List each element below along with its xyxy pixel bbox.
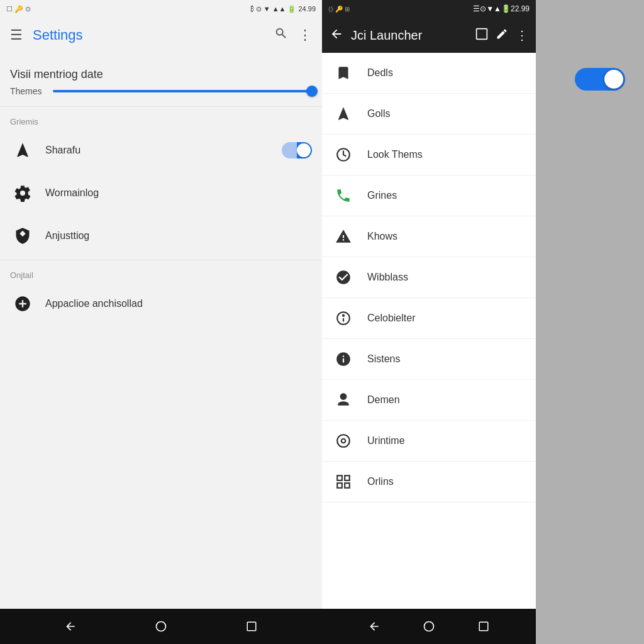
- svg-rect-2: [477, 28, 487, 39]
- svg-rect-12: [337, 483, 342, 488]
- main-header: Visii mentriog date: [0, 63, 322, 84]
- svg-point-10: [342, 440, 345, 442]
- left-back-button[interactable]: [63, 619, 78, 634]
- anjusttiog-label: Anjusttiog: [45, 230, 312, 242]
- themes-slider-container: Themes: [0, 84, 322, 104]
- navigation-icon: [10, 138, 35, 163]
- svg-rect-11: [337, 475, 342, 480]
- svg-point-0: [157, 622, 166, 631]
- item-sharafu[interactable]: Sharafu: [0, 129, 322, 172]
- phone-icon: [332, 184, 355, 207]
- celobielter-label: Celobielter: [367, 313, 415, 324]
- sharafu-toggle[interactable]: [282, 142, 312, 158]
- grines-label: Grines: [367, 190, 397, 201]
- drawer-more-icon[interactable]: ⋮: [516, 28, 528, 43]
- more-icon[interactable]: ⋮: [298, 27, 312, 43]
- svg-rect-13: [345, 475, 350, 480]
- look-thems-label: Look Thems: [367, 149, 423, 160]
- right-side-toggle-thumb: [604, 70, 623, 89]
- radio-icon: [332, 430, 355, 452]
- svg-rect-1: [247, 622, 256, 631]
- left-home-button[interactable]: [153, 619, 169, 634]
- drawer-edit-icon[interactable]: [496, 28, 508, 43]
- side-gray-panel: [536, 0, 644, 644]
- drawer-item-dedls[interactable]: Dedls: [322, 53, 536, 94]
- drawer-item-urintime[interactable]: Urintime: [322, 421, 536, 462]
- right-home-button[interactable]: [421, 619, 436, 634]
- appaclioe-label: Appaclioe anchisollad: [45, 298, 312, 309]
- drawer-toolbar: Jci Launcher ⋮: [322, 18, 536, 53]
- demen-label: Demen: [367, 394, 400, 406]
- drawer-item-look-thems[interactable]: Look Thems: [322, 135, 536, 175]
- drawer-item-sistens[interactable]: Sistens: [322, 339, 536, 380]
- themes-label: Themes: [10, 86, 48, 96]
- drawer-content: Dedls Golls Look Thems: [322, 53, 536, 609]
- drawer-back-icon[interactable]: [330, 27, 343, 44]
- drawer-item-golls[interactable]: Golls: [322, 94, 536, 135]
- shield-down-icon: [10, 223, 35, 248]
- item-appaclioe[interactable]: Appaclioe anchisollad: [0, 282, 322, 325]
- left-status-icons: ₿⊙▼▲▲🔋 24.99: [250, 5, 316, 13]
- apps-icon: [332, 470, 355, 493]
- drawer-square-icon[interactable]: [475, 28, 488, 43]
- sharafu-toggle-thumb: [297, 143, 311, 157]
- urintime-label: Urintime: [367, 435, 405, 447]
- svg-rect-16: [479, 622, 488, 631]
- clock-icon: [332, 143, 355, 166]
- section2-label: Onjtail: [0, 263, 322, 282]
- warning-icon: [332, 225, 355, 248]
- item-wormainlog[interactable]: Wormainlog: [0, 172, 322, 214]
- svg-point-15: [424, 622, 433, 631]
- settings-content: Visii mentriog date Themes Griemis Shara…: [0, 53, 322, 609]
- bookmark-icon: [332, 62, 355, 84]
- khows-label: Khows: [367, 231, 397, 242]
- right-square-button[interactable]: [476, 619, 491, 634]
- help-icon: [332, 307, 355, 330]
- drawer-item-wibblass[interactable]: Wibblass: [322, 257, 536, 298]
- navigation-drawer-icon: [332, 103, 355, 125]
- drawer-item-celobielter[interactable]: Celobielter: [322, 298, 536, 339]
- drawer-item-grines[interactable]: Grines: [322, 175, 536, 216]
- add-circle-icon: [10, 291, 35, 316]
- settings-title: Settings: [33, 27, 264, 43]
- section1-label: Griemis: [0, 109, 322, 129]
- hamburger-icon[interactable]: ☰: [10, 27, 23, 43]
- themes-slider-thumb: [306, 86, 318, 97]
- left-toolbar: ☰ Settings ⋮: [0, 18, 322, 53]
- left-square-button[interactable]: [244, 619, 259, 634]
- divider-1: [0, 106, 322, 107]
- wibblass-label: Wibblass: [367, 272, 408, 283]
- svg-point-6: [343, 315, 344, 316]
- search-icon[interactable]: [274, 26, 288, 44]
- info-icon: [332, 348, 355, 370]
- dedls-label: Dedls: [367, 67, 393, 79]
- drawer-item-demen[interactable]: Demen: [322, 380, 536, 421]
- orlins-label: Orlins: [367, 476, 394, 487]
- right-time: 22.99: [511, 4, 530, 13]
- right-status-bar: ⟨⟩ 🔑 ⊞ ☰⊙▼▲🔋 22.99: [322, 0, 536, 18]
- wormainlog-label: Wormainlog: [45, 187, 312, 199]
- left-status-left: ☐ 🔑 ⊙: [6, 5, 250, 13]
- svg-rect-14: [345, 483, 350, 488]
- check-circle-icon: [332, 266, 355, 289]
- settings-icon: [10, 180, 35, 206]
- right-panel: ⟨⟩ 🔑 ⊞ ☰⊙▼▲🔋 22.99 Jci Launcher ⋮: [322, 0, 644, 644]
- sistens-label: Sistens: [367, 353, 400, 365]
- divider-2: [0, 260, 322, 260]
- left-panel: ☐ 🔑 ⊙ ₿⊙▼▲▲🔋 24.99 ☰ Settings ⋮ Visii me…: [0, 0, 322, 644]
- drawer-panel: ⟨⟩ 🔑 ⊞ ☰⊙▼▲🔋 22.99 Jci Launcher ⋮: [322, 0, 536, 644]
- right-back-button[interactable]: [367, 619, 382, 634]
- item-anjusttiog[interactable]: Anjusttiog: [0, 214, 322, 257]
- drawer-item-orlins[interactable]: Orlins: [322, 462, 536, 502]
- themes-slider-track[interactable]: [53, 90, 312, 92]
- left-time: 24.99: [298, 5, 316, 13]
- person-icon: [332, 389, 355, 411]
- drawer-title: Jci Launcher: [351, 28, 468, 43]
- right-side-toggle[interactable]: [575, 68, 625, 91]
- left-status-bar: ☐ 🔑 ⊙ ₿⊙▼▲▲🔋 24.99: [0, 0, 322, 18]
- right-nav-bar: [322, 609, 536, 644]
- drawer-item-khows[interactable]: Khows: [322, 216, 536, 257]
- sharafu-label: Sharafu: [45, 145, 282, 156]
- left-nav-bar: [0, 609, 322, 644]
- golls-label: Golls: [367, 108, 390, 119]
